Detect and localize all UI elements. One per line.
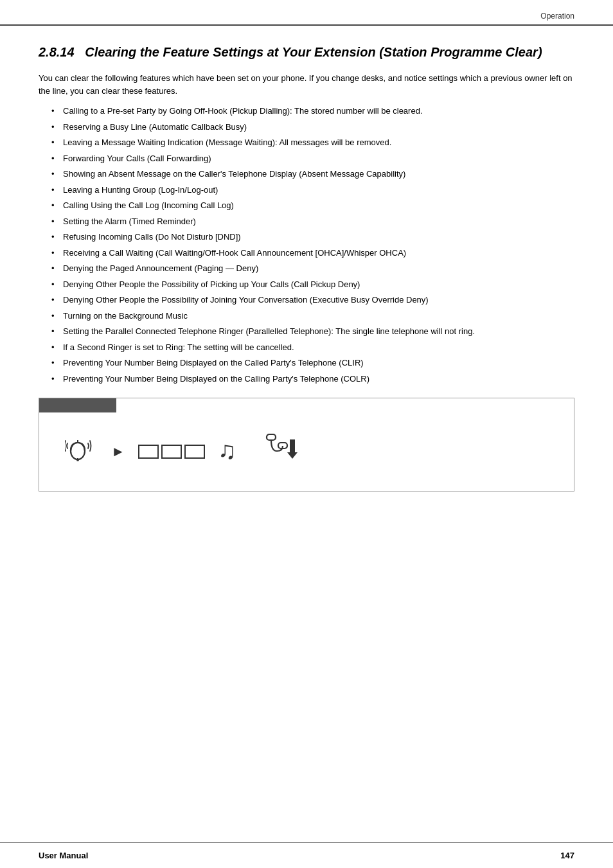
page-container: Operation 2.8.14 Clearing the Feature Se…: [0, 0, 613, 868]
list-item: Setting the Alarm (Timed Reminder): [51, 215, 574, 228]
music-notes-icon: ♫: [218, 436, 251, 468]
diagram-box: ► ♫: [39, 398, 574, 492]
page-number: 147: [560, 851, 574, 860]
list-item: Showing an Absent Message on the Caller'…: [51, 168, 574, 181]
list-item: Turning on the Background Music: [51, 310, 574, 323]
keypad-buttons: [138, 445, 205, 459]
page-footer: User Manual 147: [0, 842, 613, 868]
ringing-phone-icon: [65, 432, 98, 472]
list-item: Calling Using the Call Log (Incoming Cal…: [51, 199, 574, 212]
list-item: Preventing Your Number Being Displayed o…: [51, 373, 574, 385]
list-item: Receiving a Call Waiting (Call Waiting/O…: [51, 247, 574, 260]
arrow-right-icon: ►: [111, 443, 125, 460]
key-button-1: [138, 445, 159, 459]
svg-text:♫: ♫: [218, 437, 236, 463]
intro-paragraph: You can clear the following features whi…: [39, 72, 574, 97]
list-item: Leaving a Hunting Group (Log-In/Log-out): [51, 184, 574, 197]
list-item: Leaving a Message Waiting Indication (Me…: [51, 136, 574, 149]
list-item: If a Second Ringer is set to Ring: The s…: [51, 341, 574, 354]
section-number: 2.8.14: [39, 45, 75, 59]
key-button-2: [161, 445, 182, 459]
list-item: Calling to a Pre-set Party by Going Off-…: [51, 105, 574, 118]
list-item: Forwarding Your Calls (Call Forwarding): [51, 152, 574, 165]
diagram-content: ► ♫: [39, 412, 574, 491]
svg-rect-5: [267, 434, 276, 440]
page-header: Operation: [0, 0, 613, 26]
svg-point-2: [76, 459, 79, 461]
list-item: Denying the Paged Announcement (Paging —…: [51, 262, 574, 275]
main-content: 2.8.14 Clearing the Feature Settings at …: [0, 26, 613, 530]
footer-manual-label: User Manual: [39, 851, 88, 860]
section-title: Clearing the Feature Settings at Your Ex…: [85, 45, 542, 59]
list-item: Setting the Parallel Connected Telephone…: [51, 325, 574, 338]
list-item: Denying Other People the Possibility of …: [51, 278, 574, 291]
header-section-label: Operation: [540, 12, 574, 21]
feature-list: Calling to a Pre-set Party by Going Off-…: [51, 105, 574, 385]
list-item: Reserving a Busy Line (Automatic Callbac…: [51, 121, 574, 134]
list-item: Preventing Your Number Being Displayed o…: [51, 357, 574, 369]
list-item: Refusing Incoming Calls (Do Not Disturb …: [51, 231, 574, 244]
list-item: Denying Other People the Possibility of …: [51, 294, 574, 306]
handset-down-icon: [264, 433, 300, 470]
diagram-header-bar: [39, 398, 116, 412]
section-heading: 2.8.14 Clearing the Feature Settings at …: [39, 44, 574, 60]
key-button-3: [184, 445, 205, 459]
